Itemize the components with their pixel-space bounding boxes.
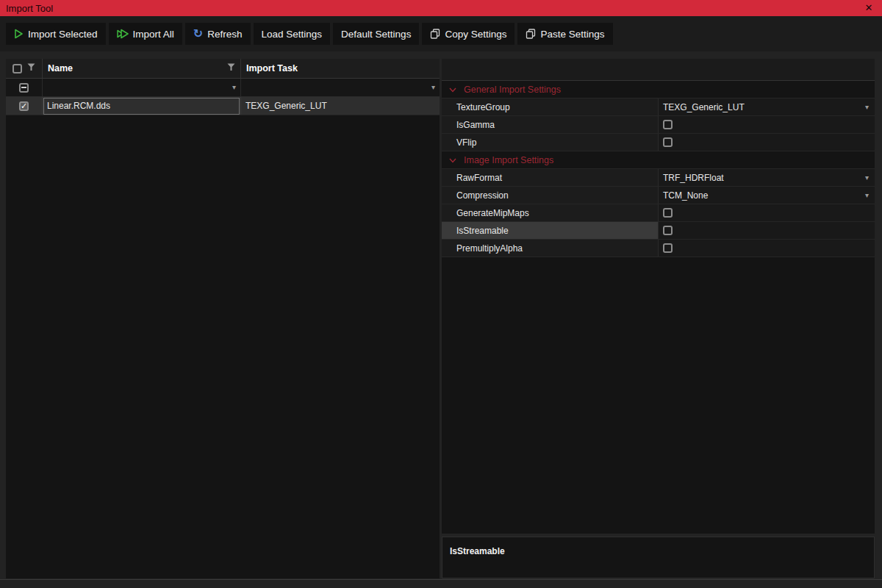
property-row-premultiplyalpha[interactable]: PremultiplyAlpha: [442, 240, 875, 257]
play-double-icon: [117, 29, 129, 39]
property-grid: General Import Settings TextureGroup TEX…: [442, 59, 875, 534]
row-checkbox[interactable]: ✓: [19, 101, 29, 111]
default-settings-button[interactable]: Default Settings: [333, 23, 419, 45]
import-task-cell[interactable]: TEXG_Generic_LUT: [241, 97, 440, 115]
property-row-texturegroup[interactable]: TextureGroup TEXG_Generic_LUT ▾: [442, 98, 875, 116]
isstreamable-checkbox-cell: [658, 222, 875, 239]
chevron-down-icon: [449, 85, 456, 95]
import-selected-button[interactable]: Import Selected: [6, 23, 106, 45]
texturegroup-dropdown[interactable]: TEXG_Generic_LUT ▾: [658, 98, 875, 115]
description-title: IsStreamable: [450, 546, 867, 556]
property-row-vflip[interactable]: VFlip: [442, 134, 875, 151]
chevron-down-icon: ▾: [431, 84, 435, 91]
column-header-name[interactable]: Name: [43, 59, 241, 78]
generatemipmaps-checkbox-cell: [658, 204, 875, 221]
close-icon[interactable]: ✕: [861, 0, 876, 16]
paste-icon: [526, 29, 536, 39]
play-icon: [14, 29, 24, 39]
name-filter-dropdown[interactable]: ▾: [43, 79, 241, 96]
premultiplyalpha-checkbox-cell: [658, 240, 875, 257]
category-image-import-settings[interactable]: Image Import Settings: [442, 151, 875, 169]
isgamma-checkbox[interactable]: [663, 120, 673, 129]
select-all-header-cell: [6, 59, 43, 78]
toolbar: Import Selected Import All ↻ Refresh Loa…: [0, 16, 882, 51]
property-description-panel: IsStreamable: [442, 537, 875, 578]
property-row-compression[interactable]: Compression TCM_None ▾: [442, 187, 875, 204]
property-row-generatemipmaps[interactable]: GenerateMipMaps: [442, 204, 875, 222]
column-header-import-task[interactable]: Import Task: [241, 59, 440, 78]
property-grid-header: [442, 59, 875, 81]
row-checkbox-cell: ✓: [6, 97, 43, 115]
category-general-import-settings[interactable]: General Import Settings: [442, 81, 875, 98]
premultiplyalpha-checkbox[interactable]: [663, 243, 673, 253]
name-edit-cell[interactable]: Linear.RCM.dds: [43, 98, 240, 115]
generatemipmaps-checkbox[interactable]: [663, 208, 673, 218]
filter-checkbox-cell: [6, 79, 43, 96]
load-settings-button[interactable]: Load Settings: [254, 23, 331, 45]
title-bar: Import Tool ✕: [0, 0, 882, 16]
name-cell[interactable]: Linear.RCM.dds: [43, 97, 241, 115]
rawformat-dropdown[interactable]: TRF_HDRFloat ▾: [658, 169, 875, 186]
file-table: Name Import Task ▾ ▾ ✓ Linear.RCM.dds: [6, 59, 440, 578]
property-row-rawformat[interactable]: RawFormat TRF_HDRFloat ▾: [442, 169, 875, 187]
select-all-checkbox[interactable]: [12, 64, 22, 74]
compression-dropdown[interactable]: TCM_None ▾: [658, 187, 875, 204]
isgamma-checkbox-cell: [658, 116, 875, 133]
vflip-checkbox[interactable]: [663, 137, 673, 147]
table-header-row: Name Import Task: [6, 59, 440, 79]
window-resize-grip[interactable]: [0, 579, 882, 580]
paste-settings-button[interactable]: Paste Settings: [517, 23, 612, 45]
chevron-down-icon: ▾: [865, 174, 869, 182]
refresh-icon: ↻: [193, 28, 203, 40]
copy-settings-button[interactable]: Copy Settings: [422, 23, 514, 45]
chevron-down-icon: ▾: [865, 192, 869, 199]
chevron-down-icon: [449, 155, 456, 165]
window-title: Import Tool: [6, 3, 53, 14]
copy-icon: [430, 29, 440, 39]
filter-icon[interactable]: [27, 63, 35, 74]
vflip-checkbox-cell: [658, 134, 875, 151]
chevron-down-icon: ▾: [232, 84, 236, 91]
filter-icon[interactable]: [227, 63, 235, 74]
isstreamable-checkbox[interactable]: [663, 226, 673, 235]
property-row-isstreamable[interactable]: IsStreamable: [442, 222, 875, 240]
indeterminate-checkbox[interactable]: [19, 83, 29, 93]
import-task-filter-dropdown[interactable]: ▾: [241, 79, 440, 96]
filter-row: ▾ ▾: [6, 79, 440, 97]
chevron-down-icon: ▾: [865, 104, 869, 111]
import-all-button[interactable]: Import All: [109, 23, 182, 45]
table-row[interactable]: ✓ Linear.RCM.dds TEXG_Generic_LUT: [6, 97, 440, 115]
refresh-button[interactable]: ↻ Refresh: [185, 23, 251, 45]
property-row-isgamma[interactable]: IsGamma: [442, 116, 875, 134]
